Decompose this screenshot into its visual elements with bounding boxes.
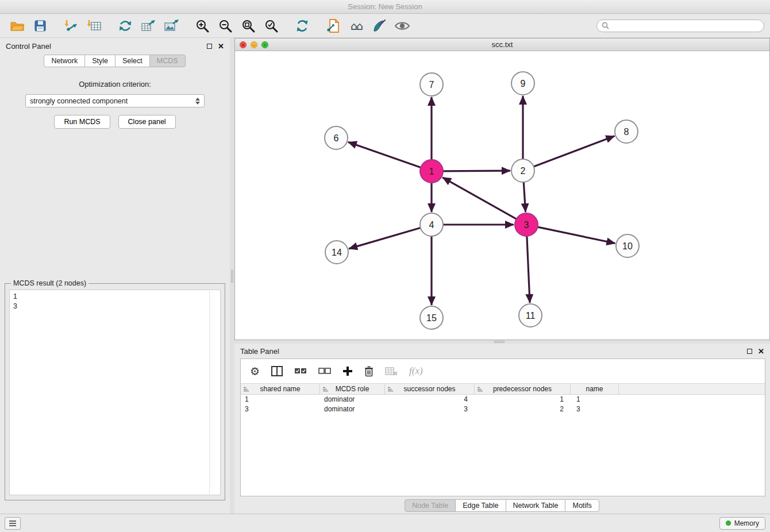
cell-mcds-role[interactable]: dominator	[320, 404, 385, 414]
tab-style[interactable]: Style	[84, 55, 116, 67]
tab-network-table[interactable]: Network Table	[506, 499, 566, 512]
search-input[interactable]	[613, 22, 759, 30]
delete-table-button[interactable]	[385, 363, 398, 379]
memory-label: Memory	[734, 519, 759, 527]
export-image-button[interactable]	[160, 17, 183, 35]
trash-icon	[364, 366, 374, 377]
network-graph[interactable]: 7968124314101511	[235, 51, 769, 340]
column-header-mcds-role[interactable]: MCDS role	[320, 384, 385, 394]
zoom-in-button[interactable]	[191, 17, 214, 35]
graph-edge-4-14[interactable]	[349, 228, 421, 249]
graph-edge-1-6[interactable]	[348, 142, 421, 167]
graph-edge-1-2[interactable]	[443, 171, 510, 171]
toolbar-search[interactable]	[596, 20, 764, 32]
zoom-selected-button[interactable]	[260, 17, 283, 35]
table-settings-button[interactable]: ⚙	[250, 363, 260, 379]
graph-node-3[interactable]: 3	[515, 213, 538, 236]
mcds-result-list[interactable]: 1 3	[9, 290, 221, 495]
tab-mcds[interactable]: MCDS	[149, 55, 186, 67]
cell-name[interactable]: 1	[571, 395, 619, 404]
task-history-button[interactable]	[5, 517, 21, 530]
graph-node-8[interactable]: 8	[615, 120, 638, 143]
result-scrollbar[interactable]	[209, 291, 214, 494]
export-table-button[interactable]	[137, 17, 160, 35]
cell-mcds-role[interactable]: dominator	[320, 395, 385, 404]
show-hide-button[interactable]	[391, 17, 414, 35]
add-column-button[interactable]	[342, 363, 353, 379]
window-titlebar: Session: New Session	[0, 0, 770, 14]
graph-node-9[interactable]: 9	[511, 72, 534, 95]
delete-column-button[interactable]	[364, 363, 374, 379]
graph-edge-2-3[interactable]	[523, 182, 525, 212]
network-canvas[interactable]: 7968124314101511	[235, 51, 769, 340]
zoom-fit-button[interactable]	[237, 17, 260, 35]
mcds-result-group: MCDS result (2 nodes) 1 3	[5, 283, 225, 500]
maximize-window-icon[interactable]: +	[261, 41, 268, 48]
tab-motifs[interactable]: Motifs	[565, 499, 599, 512]
style-brush-icon	[372, 18, 387, 33]
graph-node-11[interactable]: 11	[519, 304, 542, 327]
select-all-icon	[294, 367, 307, 375]
function-builder-button[interactable]: f(x)	[409, 363, 423, 379]
splitter-grip[interactable]	[231, 270, 233, 283]
table-row[interactable]: 1 dominator 4 1 1	[241, 395, 765, 404]
graph-edge-3-1[interactable]	[442, 178, 516, 219]
save-session-button[interactable]	[29, 17, 52, 35]
export-image-icon	[163, 18, 179, 33]
graph-node-1[interactable]: 1	[420, 160, 443, 183]
column-header-name[interactable]: name	[571, 384, 619, 394]
cell-name[interactable]: 3	[571, 404, 619, 414]
vertical-splitter[interactable]	[230, 38, 234, 514]
graph-node-2[interactable]: 2	[511, 159, 534, 182]
close-window-icon[interactable]: ✕	[240, 41, 247, 48]
zoom-out-button[interactable]	[214, 17, 237, 35]
tab-network[interactable]: Network	[44, 55, 85, 67]
import-table-button[interactable]	[83, 17, 106, 35]
graph-edge-2-8[interactable]	[534, 136, 615, 167]
cell-predecessor-nodes[interactable]: 1	[475, 395, 571, 404]
clone-network-button[interactable]	[322, 17, 345, 35]
cell-predecessor-nodes[interactable]: 2	[475, 404, 571, 414]
import-network-button[interactable]	[60, 17, 83, 35]
cell-successor-nodes[interactable]: 3	[385, 404, 475, 414]
table-row[interactable]: 3 dominator 3 2 3	[241, 404, 765, 414]
float-panel-icon[interactable]	[747, 349, 752, 354]
cell-shared-name[interactable]: 1	[241, 395, 320, 404]
select-all-button[interactable]	[294, 363, 307, 379]
column-header-successor-nodes[interactable]: successor nodes	[385, 384, 475, 394]
close-panel-button[interactable]: Close panel	[118, 115, 176, 129]
graph-node-14[interactable]: 14	[325, 241, 348, 264]
network-window-titlebar[interactable]: ✕ − + scc.txt	[235, 38, 769, 51]
deselect-all-button[interactable]	[318, 363, 331, 379]
hide-panels-button[interactable]: ⌂⌂	[345, 17, 368, 35]
minimize-window-icon[interactable]: −	[251, 41, 257, 48]
graph-node-4[interactable]: 4	[420, 213, 443, 236]
graph-node-10[interactable]: 10	[616, 234, 639, 257]
graph-node-6[interactable]: 6	[325, 126, 348, 149]
apply-layout-button[interactable]	[114, 17, 137, 35]
optimization-criterion-select[interactable]: strongly connected component	[25, 94, 205, 107]
run-mcds-button[interactable]: Run MCDS	[54, 115, 110, 129]
splitter-grip[interactable]	[494, 341, 505, 343]
cell-shared-name[interactable]: 3	[241, 404, 320, 414]
memory-button[interactable]: Memory	[719, 517, 765, 530]
close-panel-icon[interactable]: ✕	[218, 43, 224, 50]
delete-table-icon	[385, 367, 398, 376]
tab-select[interactable]: Select	[115, 55, 150, 67]
cell-successor-nodes[interactable]: 4	[385, 395, 475, 404]
graph-node-7[interactable]: 7	[420, 73, 443, 96]
tab-node-table[interactable]: Node Table	[405, 499, 456, 512]
homes-icon: ⌂⌂	[351, 20, 362, 32]
graph-edge-3-10[interactable]	[538, 227, 615, 243]
show-columns-button[interactable]	[271, 363, 283, 379]
graph-edge-3-11[interactable]	[527, 236, 530, 303]
refresh-view-button[interactable]	[291, 17, 314, 35]
column-header-shared-name[interactable]: shared name	[241, 384, 320, 394]
column-header-predecessor-nodes[interactable]: predecessor nodes	[475, 384, 571, 394]
float-panel-icon[interactable]	[207, 44, 212, 49]
tab-edge-table[interactable]: Edge Table	[455, 499, 506, 512]
close-panel-icon[interactable]: ✕	[758, 348, 764, 355]
open-session-button[interactable]	[6, 17, 29, 35]
apply-style-button[interactable]	[368, 17, 391, 35]
graph-node-15[interactable]: 15	[420, 306, 443, 329]
